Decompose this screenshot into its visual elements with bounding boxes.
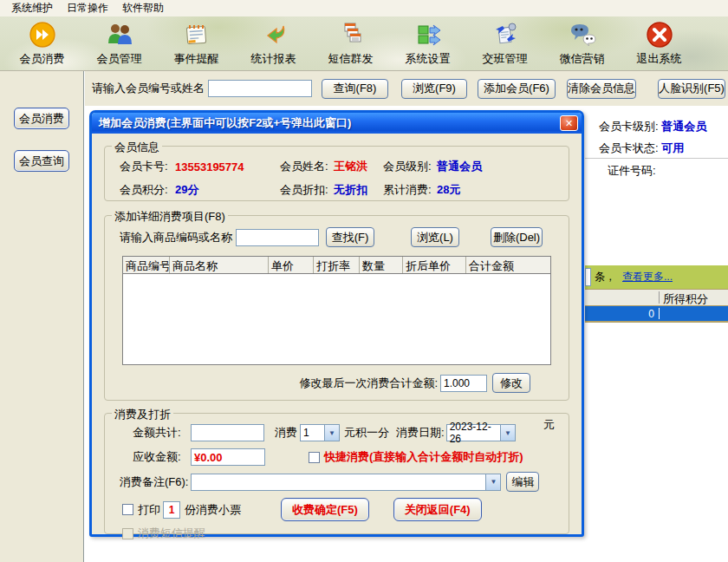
consume-items-table[interactable]: 商品编号 商品名称 单价 打折率 数量 折后单价 合计金额 (122, 256, 551, 365)
print-receipt-checkbox[interactable] (122, 504, 133, 515)
members-icon (105, 20, 134, 49)
toolbar-shift-manage[interactable]: 交班管理 (466, 20, 543, 67)
consume-date-label: 消费日期: (396, 425, 445, 441)
view-more-link[interactable]: 查看更多... (622, 270, 673, 284)
close-icon[interactable]: ✕ (560, 115, 578, 131)
toolbar-label: 短信群发 (328, 51, 374, 67)
search-label: 请输入会员编号或姓名 (92, 81, 205, 96)
add-consume-dialog: 增加会员消费(主界面中可以按F2或+号弹出此窗口) ✕ 会员信息 会员卡号: 1… (89, 110, 584, 537)
col-unit-price: 单价 (269, 257, 314, 273)
points-value: 0 (585, 308, 654, 320)
main-panel: 请输入会员编号或姓名 查询(F8) 浏览(F9) 添加会员(F6) 清除会员信息… (84, 71, 728, 562)
column-divider (659, 308, 660, 319)
toolbar-exit-system[interactable]: 退出系统 (621, 20, 698, 67)
menu-daily-operations[interactable]: 日常操作 (61, 0, 114, 16)
menu-software-help[interactable]: 软件帮助 (116, 0, 170, 16)
consume-date-value: 2023-12-26 (450, 421, 501, 445)
points-value: 29分 (175, 182, 280, 198)
chevron-down-icon[interactable]: ▼ (500, 425, 514, 441)
remark-select[interactable]: ▼ (191, 474, 501, 491)
edit-remark-button[interactable]: 编辑 (506, 472, 539, 492)
confirm-charge-button[interactable]: 收费确定(F5) (281, 498, 369, 521)
member-search-bar: 请输入会员编号或姓名 查询(F8) 浏览(F9) 添加会员(F6) 清除会员信息… (85, 71, 728, 106)
print-label-before: 打印 (138, 502, 160, 518)
card-status-value: 可用 (661, 141, 684, 154)
points-label: 会员积分: (120, 182, 175, 198)
points-table-selected-row[interactable]: 0 (585, 306, 728, 323)
modify-amount-input[interactable]: 1.000 (440, 375, 487, 392)
points-table-header: 所得积分 (585, 289, 728, 306)
payment-legend: 消费及打折 (112, 407, 173, 422)
card-level-value: 普通会员 (661, 120, 706, 133)
items-table-header-row: 商品编号 商品名称 单价 打折率 数量 折后单价 合计金额 (123, 257, 550, 274)
hidden-input-sliver (585, 268, 591, 286)
chevron-down-icon[interactable]: ▼ (485, 474, 500, 490)
amount-total-label: 金额共计: (133, 425, 191, 441)
toolbar-label: 退出系统 (637, 51, 682, 67)
find-button[interactable]: 查找(F) (326, 227, 374, 247)
dialog-title-bar[interactable]: 增加会员消费(主界面中可以按F2或+号弹出此窗口) ✕ (92, 113, 582, 134)
clear-member-info-button[interactable]: 清除会员信息 (567, 79, 636, 99)
receivable-input[interactable]: ¥0.00 (191, 448, 265, 466)
toolbar-label: 统计报表 (251, 51, 296, 67)
name-label: 会员姓名: (280, 159, 334, 174)
settings-cubes-icon (413, 20, 443, 49)
product-search-label: 请输入商品编码或名称 (120, 230, 232, 245)
reminder-notepad-icon (182, 20, 211, 49)
dialog-body: 会员信息 会员卡号: 13553195774 会员姓名: 王铭洪 会员级别: 普… (92, 134, 582, 534)
sidebar-member-query-button[interactable]: 会员查询 (14, 150, 69, 172)
amount-total-input[interactable] (191, 424, 264, 441)
consume-rate-select[interactable]: 1 ▼ (300, 424, 340, 441)
print-label-after: 份消费小票 (185, 502, 241, 518)
face-recognition-button[interactable]: 人脸识别(F5) (658, 79, 725, 99)
level-label: 会员级别: (383, 159, 437, 174)
level-value: 普通会员 (437, 159, 482, 174)
col-quantity: 数量 (360, 257, 403, 273)
shift-doc-icon (491, 20, 520, 49)
close-return-button[interactable]: 关闭返回(F4) (393, 498, 482, 521)
modify-button[interactable]: 修改 (492, 373, 530, 393)
product-search-input[interactable] (236, 229, 319, 246)
toolbar-statistics-report[interactable]: 统计报表 (235, 20, 312, 67)
unit-yuan-label: 元 (543, 417, 555, 433)
left-sidebar: 会员消费 会员查询 (0, 71, 84, 562)
toolbar-member-manage[interactable]: 会员管理 (81, 20, 158, 67)
col-total-amount: 合计金额 (466, 257, 550, 273)
sms-stack-icon (336, 20, 366, 49)
query-button[interactable]: 查询(F8) (322, 79, 388, 99)
member-search-input[interactable] (208, 80, 312, 97)
card-level-label: 会员卡级别: (599, 120, 659, 133)
delete-item-button[interactable]: 删除(Del) (491, 227, 543, 247)
col-product-code: 商品编号 (123, 257, 170, 273)
consume-date-select[interactable]: 2023-12-26 ▼ (446, 424, 516, 441)
print-count-input[interactable]: 1 (163, 501, 180, 519)
quick-consume-checkbox[interactable] (309, 452, 320, 463)
wechat-icon (568, 20, 597, 49)
report-arrow-icon (259, 20, 289, 49)
toolbar-event-reminder[interactable]: 事件提醒 (158, 20, 235, 67)
column-divider (659, 291, 660, 304)
card-status-label: 会员卡状态: (599, 141, 659, 154)
toolbar-sms-broadcast[interactable]: 短信群发 (312, 20, 389, 67)
receivable-label: 应收金额: (133, 449, 191, 465)
add-member-button[interactable]: 添加会员(F6) (478, 79, 556, 99)
browse-button[interactable]: 浏览(F9) (401, 79, 467, 99)
quick-consume-label: 快捷消费(直接输入合计金额时自动打折) (324, 449, 523, 465)
menu-system-maintenance[interactable]: 系统维护 (5, 0, 59, 16)
col-discount-rate: 打折率 (314, 257, 360, 273)
browse-items-button[interactable]: 浏览(L) (411, 227, 459, 247)
toolbar-wechat-marketing[interactable]: 微信营销 (543, 20, 621, 67)
main-toolbar: 会员消费 会员管理 事件提醒 统计报表 短信群发 系统设置 交班管理 (0, 16, 728, 71)
fast-forward-icon (28, 20, 57, 49)
total-consume-value: 28元 (437, 182, 460, 198)
records-summary-bar: 条， 查看更多... (585, 265, 728, 289)
toolbar-system-settings[interactable]: 系统设置 (389, 20, 466, 67)
toolbar-member-consume[interactable]: 会员消费 (3, 20, 81, 67)
toolbar-label: 事件提醒 (174, 51, 219, 67)
consume-items-legend: 添加详细消费项目(F8) (112, 209, 228, 225)
menu-bar: 系统维护 日常操作 软件帮助 (0, 0, 728, 16)
consume-items-groupbox: 添加详细消费项目(F8) 请输入商品编码或名称 查找(F) 浏览(L) 删除(D… (104, 215, 569, 401)
chevron-down-icon[interactable]: ▼ (324, 425, 339, 441)
sidebar-member-consume-button[interactable]: 会员消费 (14, 108, 69, 129)
name-value: 王铭洪 (334, 159, 383, 174)
